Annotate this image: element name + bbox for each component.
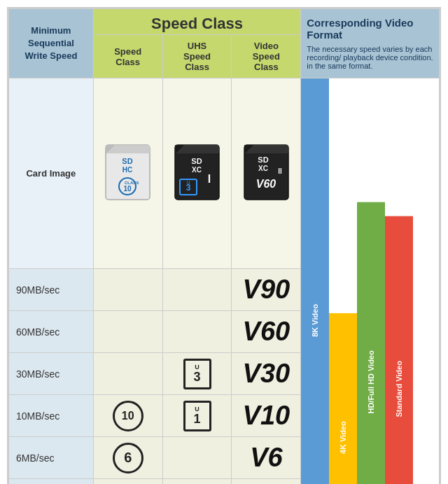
sc-6: 6: [93, 437, 162, 479]
sdxc-i-card-image: SD XC I 3 U: [174, 144, 220, 200]
sdxc-i-card: SD XC I 3 U: [174, 144, 220, 203]
subheader-uhs-speed-class: UHSSpeedClass: [162, 35, 232, 78]
speed-30: 30MB/sec: [9, 353, 94, 395]
v10-symbol: V10: [243, 401, 290, 430]
speed-4: 4MB/sec: [9, 479, 94, 485]
sdhc-card-cell: SD HC CLASS 10: [93, 78, 162, 269]
sc-90: [93, 269, 162, 311]
svg-text:II: II: [278, 167, 282, 175]
sdxc-ii-card-image: SD XC II V60: [244, 144, 289, 200]
speed-90: 90MB/sec: [9, 269, 94, 311]
bars-container: 8K Video 4K Video HD/Full HD Video Stand…: [301, 78, 439, 484]
uhs-30: U 3: [162, 353, 232, 395]
u3-symbol: U 3: [183, 359, 211, 389]
bar-hd: HD/Full HD Video: [357, 202, 385, 484]
main-table: MinimumSequentialWrite Speed Speed Class…: [8, 8, 440, 484]
svg-text:SD: SD: [122, 157, 133, 165]
bar-4k: 4K Video: [329, 313, 357, 484]
vsc-30: V30: [232, 353, 301, 395]
video-format-title: Corresponding Video Format: [307, 17, 433, 41]
vsc-90: V90: [232, 269, 301, 311]
bar-standard: Standard Video: [385, 216, 413, 484]
speed-class-header: Speed Class: [93, 9, 300, 35]
subheader-video-speed-class: VideoSpeedClass: [232, 35, 301, 78]
svg-text:U: U: [187, 180, 190, 185]
uhs-6: [162, 437, 232, 479]
svg-text:XC: XC: [258, 165, 268, 172]
sdxc-i-card-cell: SD XC I 3 U: [162, 78, 232, 269]
uhs-4: [162, 479, 232, 485]
video-bars-cell: 8K Video 4K Video HD/Full HD Video Stand…: [301, 78, 440, 485]
vsc-60: V60: [232, 311, 301, 353]
video-format-header: Corresponding Video Format The necessary…: [301, 9, 440, 78]
bar-8k: 8K Video: [301, 78, 329, 484]
speed-60: 60MB/sec: [9, 311, 94, 353]
v30-symbol: V30: [243, 359, 290, 388]
sc-10: 10: [93, 395, 162, 437]
min-write-speed-header: MinimumSequentialWrite Speed: [9, 9, 94, 78]
v6-symbol: V6: [250, 443, 282, 472]
svg-text:SD: SD: [258, 155, 268, 164]
svg-text:HC: HC: [122, 166, 132, 174]
sdhc-card: SD HC CLASS 10: [105, 144, 150, 203]
svg-text:V60: V60: [256, 178, 276, 190]
u1-symbol: U 1: [183, 401, 211, 431]
card-image-label: Card Image: [9, 78, 94, 269]
svg-text:XC: XC: [192, 166, 202, 174]
v60-symbol: V60: [243, 317, 290, 346]
vsc-10: V10: [232, 395, 301, 437]
c6-symbol: 6: [113, 443, 144, 473]
sdxc-ii-card-cell: SD XC II V60: [232, 78, 301, 269]
vsc-4: [232, 479, 301, 485]
c10-symbol: 10: [113, 401, 144, 431]
svg-text:SD: SD: [191, 157, 202, 165]
svg-text:I: I: [208, 173, 211, 185]
vsc-6: V6: [232, 437, 301, 479]
chart-container: MinimumSequentialWrite Speed Speed Class…: [7, 7, 441, 484]
video-format-desc: The necessary speed varies by each recor…: [307, 45, 433, 70]
sc-4: 4: [93, 479, 162, 485]
sc-30: [93, 353, 162, 395]
svg-text:10: 10: [124, 185, 132, 193]
subheader-speed-class: SpeedClass: [93, 35, 162, 78]
v90-symbol: V90: [243, 275, 290, 304]
sc-60: [93, 311, 162, 353]
speed-6: 6MB/sec: [9, 437, 94, 479]
uhs-90: [162, 269, 232, 311]
uhs-60: [162, 311, 232, 353]
uhs-10: U 1: [162, 395, 232, 437]
header-row-1: MinimumSequentialWrite Speed Speed Class…: [9, 9, 440, 35]
sdhc-card-image: SD HC CLASS 10: [105, 144, 150, 200]
speed-10: 10MB/sec: [9, 395, 94, 437]
card-image-row: Card Image SD HC: [9, 78, 440, 269]
sdxc-ii-card: SD XC II V60: [244, 144, 289, 203]
